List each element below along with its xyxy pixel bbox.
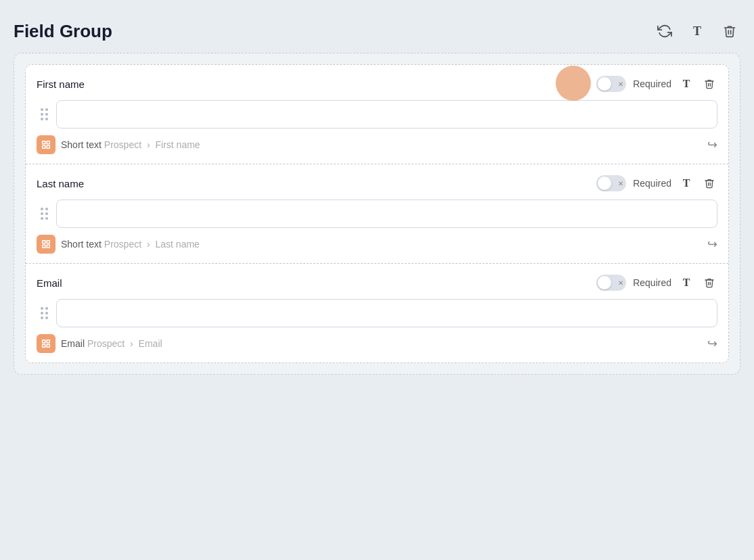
type-icon: T xyxy=(693,24,701,39)
fields-container: First name ✕ Required T xyxy=(25,64,729,363)
field-label-last-name: Last name xyxy=(37,178,84,189)
required-toggle-last-name[interactable]: ✕ xyxy=(596,175,626,191)
type-field-button-last-name[interactable]: T xyxy=(678,175,694,191)
field-type-text-last-name: Short text Prospect › Last name xyxy=(61,239,200,250)
page-container: Field Group T xyxy=(14,14,740,375)
drag-handle-email[interactable] xyxy=(37,304,52,322)
header-actions: T xyxy=(654,20,740,42)
header: Field Group T xyxy=(14,14,740,53)
field-label-first-name: First name xyxy=(37,78,85,90)
delete-field-button-last-name[interactable] xyxy=(701,175,717,191)
main-card: First name ✕ Required T xyxy=(14,53,740,375)
delete-field-button-first-name[interactable] xyxy=(701,76,717,92)
svg-rect-7 xyxy=(43,245,45,248)
field-footer-email: Email Prospect › Email ↩ xyxy=(37,334,717,353)
field-label-email: Email xyxy=(37,277,62,289)
svg-rect-0 xyxy=(43,141,45,144)
field-row-first-name: First name ✕ Required T xyxy=(26,65,728,164)
delete-field-button-email[interactable] xyxy=(701,275,717,291)
field-type-icon-last-name xyxy=(37,235,56,254)
redirect-icon-first-name[interactable]: ↩ xyxy=(707,137,717,152)
svg-rect-8 xyxy=(43,340,45,343)
redirect-icon-email[interactable]: ↩ xyxy=(707,336,717,351)
field-row-email: Email ✕ Required T xyxy=(26,264,728,363)
required-text-last-name: Required xyxy=(633,178,671,189)
field-footer-first-name: Short text Prospect › First name ↩ xyxy=(37,135,717,154)
field-input-email[interactable] xyxy=(56,299,717,327)
field-type-icon-first-name xyxy=(37,135,56,154)
svg-rect-9 xyxy=(47,340,49,343)
field-type-icon-email xyxy=(37,334,56,353)
field-tag-first-name: Short text Prospect › First name xyxy=(37,135,200,154)
field-input-first-name[interactable] xyxy=(56,100,717,129)
required-toggle-email[interactable]: ✕ xyxy=(596,275,626,291)
svg-rect-2 xyxy=(47,145,49,148)
field-type-text-first-name: Short text Prospect › First name xyxy=(61,139,200,150)
svg-rect-5 xyxy=(47,241,49,243)
drag-handle-last-name[interactable] xyxy=(37,205,52,223)
field-controls-first-name: ✕ Required T xyxy=(596,76,717,92)
type-button[interactable]: T xyxy=(686,20,708,42)
field-footer-last-name: Short text Prospect › Last name ↩ xyxy=(37,235,717,254)
required-toggle-first-name[interactable]: ✕ xyxy=(596,76,626,92)
field-header-last-name: Last name ✕ Required T xyxy=(37,175,717,191)
svg-rect-4 xyxy=(43,241,45,243)
page-title: Field Group xyxy=(14,21,112,42)
input-wrapper-email xyxy=(37,299,717,327)
refresh-button[interactable] xyxy=(654,20,675,42)
field-header-email: Email ✕ Required T xyxy=(37,275,717,291)
type-field-button-email[interactable]: T xyxy=(678,275,694,291)
delete-group-button[interactable] xyxy=(719,20,740,42)
field-controls-email: ✕ Required T xyxy=(596,275,717,291)
input-wrapper-last-name xyxy=(37,200,717,228)
svg-rect-11 xyxy=(43,344,45,347)
redirect-icon-last-name[interactable]: ↩ xyxy=(707,237,717,252)
field-type-text-email: Email Prospect › Email xyxy=(61,338,162,349)
input-wrapper-first-name xyxy=(37,100,717,129)
svg-rect-1 xyxy=(47,141,49,144)
required-text-email: Required xyxy=(633,277,671,288)
field-controls-last-name: ✕ Required T xyxy=(596,175,717,191)
field-header-first-name: First name ✕ Required T xyxy=(37,76,717,92)
field-tag-email: Email Prospect › Email xyxy=(37,334,162,353)
drag-handle-first-name[interactable] xyxy=(37,106,52,123)
type-field-button-first-name[interactable]: T xyxy=(678,76,694,92)
field-tag-last-name: Short text Prospect › Last name xyxy=(37,235,200,254)
required-text-first-name: Required xyxy=(633,78,671,89)
svg-rect-10 xyxy=(47,344,49,347)
field-row-last-name: Last name ✕ Required T xyxy=(26,164,728,264)
svg-rect-6 xyxy=(47,245,49,248)
field-input-last-name[interactable] xyxy=(56,200,717,228)
svg-rect-3 xyxy=(43,145,45,148)
